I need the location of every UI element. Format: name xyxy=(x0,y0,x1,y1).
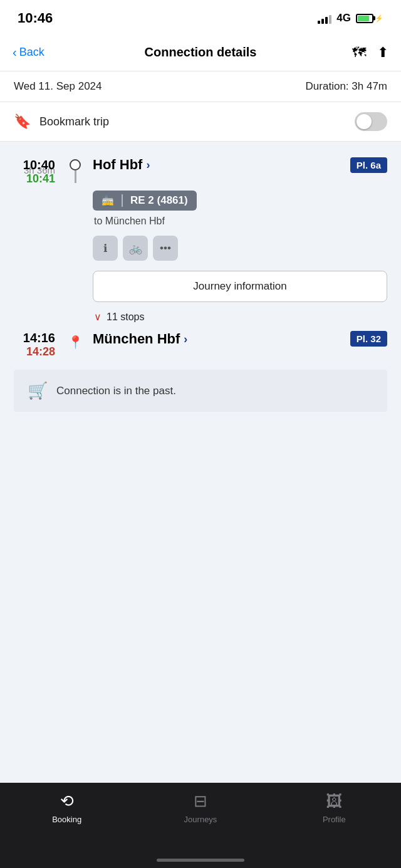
destination-station-name: München Hbf › xyxy=(93,331,187,347)
origin-time-col: 10:40 10:41 xyxy=(14,157,64,186)
past-connection-icon: 🛒 xyxy=(28,381,48,400)
nav-bar: ‹ Back Connection details 🗺 ⬆ xyxy=(0,34,401,71)
origin-timeline-col xyxy=(64,157,86,183)
network-label: 4G xyxy=(336,12,351,24)
status-time: 10:46 xyxy=(18,10,53,26)
journeys-icon: ⊟ xyxy=(194,792,207,811)
signal-icon xyxy=(318,13,331,24)
destination-time-actual: 14:28 xyxy=(26,345,55,358)
journeys-label: Journeys xyxy=(184,815,217,824)
destination-platform: Pl. 32 xyxy=(350,331,387,347)
status-bar: 10:46 4G ⚡ xyxy=(0,0,401,34)
destination-pin-icon: 📍 xyxy=(68,335,83,350)
service-icons: ℹ 🚲 ••• xyxy=(93,236,387,261)
profile-icon: 🖼 xyxy=(326,792,342,811)
train-badge: 🚋 RE 2 (4861) xyxy=(93,191,197,211)
tab-profile[interactable]: 🖼 Profile xyxy=(268,792,401,824)
destination-station-col: München Hbf › Pl. 32 xyxy=(86,331,387,347)
stops-chevron-icon: ∨ xyxy=(94,311,102,323)
charging-icon: ⚡ xyxy=(375,14,383,23)
origin-arrow-icon: › xyxy=(146,159,150,172)
origin-platform: Pl. 6a xyxy=(350,157,387,173)
more-service-icon[interactable]: ••• xyxy=(153,236,178,261)
destination-arrow-icon: › xyxy=(184,333,187,346)
destination-time-scheduled: 14:16 xyxy=(23,331,55,345)
map-icon[interactable]: 🗺 xyxy=(352,44,366,61)
date-duration-bar: Wed 11. Sep 2024 Duration: 3h 47m xyxy=(0,71,401,102)
train-divider xyxy=(122,194,123,207)
bookmark-row: 🔖 Bookmark trip xyxy=(0,102,401,142)
bookmark-label: Bookmark trip xyxy=(39,115,346,128)
back-chevron-icon: ‹ xyxy=(13,45,17,60)
journey-information-button[interactable]: Journey information xyxy=(93,271,387,302)
status-icons: 4G ⚡ xyxy=(318,12,383,24)
tab-booking[interactable]: ⟲ Booking xyxy=(0,792,133,824)
toggle-knob xyxy=(357,114,372,129)
main-content: 10:40 10:41 Hof Hbf › Pl. 6a 🚋 RE 2 (486… xyxy=(0,142,401,412)
origin-stop-row: 10:40 10:41 Hof Hbf › Pl. 6a 🚋 RE 2 (486… xyxy=(14,157,387,328)
train-info-block: 🚋 RE 2 (4861) to München Hbf ℹ 🚲 ••• Jou… xyxy=(93,191,387,323)
bookmark-icon: 🔖 xyxy=(14,113,31,130)
origin-time-scheduled: 10:40 xyxy=(23,158,55,172)
back-label: Back xyxy=(19,46,44,59)
train-icon: 🚋 xyxy=(102,195,114,207)
info-service-icon[interactable]: ℹ xyxy=(93,236,118,261)
origin-time-actual: 10:41 xyxy=(26,172,55,186)
tab-journeys[interactable]: ⊟ Journeys xyxy=(133,792,267,824)
share-icon[interactable]: ⬆ xyxy=(377,44,388,61)
past-connection-text: Connection is in the past. xyxy=(56,385,176,397)
origin-station-name: Hof Hbf › xyxy=(93,157,150,173)
train-number: RE 2 (4861) xyxy=(130,194,188,207)
timeline-line-top xyxy=(75,170,76,183)
booking-icon: ⟲ xyxy=(60,792,74,811)
stops-toggle[interactable]: ∨ 11 stops xyxy=(93,311,387,323)
origin-station-col: Hof Hbf › Pl. 6a 🚋 RE 2 (4861) to Münche… xyxy=(86,157,387,328)
journey-duration: Duration: 3h 47m xyxy=(306,80,387,93)
nav-action-icons: 🗺 ⬆ xyxy=(338,44,388,61)
stops-count: 11 stops xyxy=(107,311,144,323)
past-connection-notice: 🛒 Connection is in the past. xyxy=(14,370,387,412)
booking-label: Booking xyxy=(52,815,81,824)
home-indicator xyxy=(157,859,244,862)
destination-time-col: 14:16 14:28 xyxy=(14,331,64,358)
bookmark-toggle[interactable] xyxy=(355,112,387,131)
destination-timeline-col: 📍 xyxy=(64,331,86,350)
journey-date: Wed 11. Sep 2024 xyxy=(14,80,102,93)
train-destination: to München Hbf xyxy=(93,216,387,227)
page-title: Connection details xyxy=(63,45,338,60)
back-button[interactable]: ‹ Back xyxy=(13,45,63,60)
profile-label: Profile xyxy=(323,815,346,824)
bike-service-icon[interactable]: 🚲 xyxy=(123,236,148,261)
bottom-nav: ⟲ Booking ⊟ Journeys 🖼 Profile xyxy=(0,783,401,868)
battery-icon: ⚡ xyxy=(356,14,383,23)
destination-stop-row: 14:16 14:28 📍 München Hbf › Pl. 32 xyxy=(14,331,387,358)
origin-station-icon xyxy=(70,159,81,170)
